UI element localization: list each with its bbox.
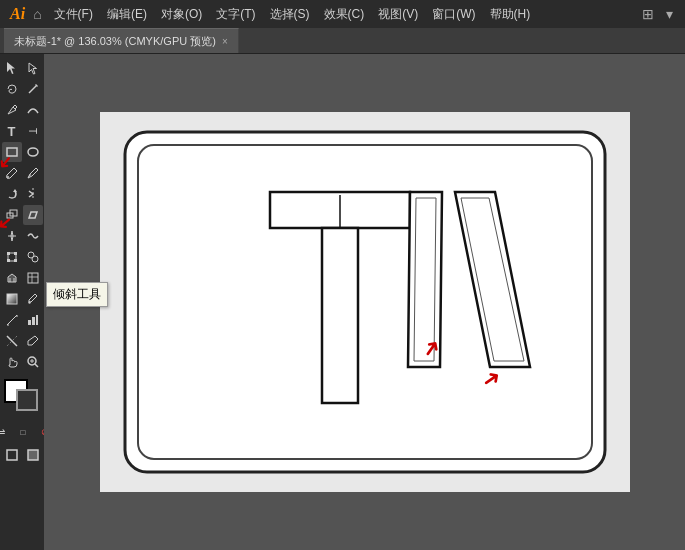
measure-tool[interactable] xyxy=(2,310,22,330)
magic-wand-tool[interactable] xyxy=(23,79,43,99)
tool-row-10 xyxy=(0,247,44,267)
svg-rect-37 xyxy=(28,450,38,460)
paintbrush-tool[interactable] xyxy=(2,163,22,183)
width-tool[interactable] xyxy=(2,226,22,246)
tool-row-4: T T xyxy=(0,121,44,141)
menu-file[interactable]: 文件(F) xyxy=(48,4,99,25)
rectangle-tool[interactable] xyxy=(2,142,22,162)
stroke-swatch[interactable] xyxy=(16,389,38,411)
reflect-tool[interactable] xyxy=(23,184,43,204)
normal-mode-button[interactable] xyxy=(2,445,22,465)
home-button[interactable]: ⌂ xyxy=(33,6,41,22)
svg-rect-14 xyxy=(14,259,17,262)
zoom-tool[interactable] xyxy=(23,352,43,372)
warp-tool[interactable] xyxy=(23,226,43,246)
shear-tool[interactable] xyxy=(23,205,43,225)
svg-point-4 xyxy=(7,176,9,178)
tab-label: 未标题-1* @ 136.03% (CMYK/GPU 预览) xyxy=(14,34,216,49)
menu-bar: 文件(F) 编辑(E) 对象(O) 文字(T) 选择(S) 效果(C) 视图(V… xyxy=(48,0,632,28)
menu-help[interactable]: 帮助(H) xyxy=(484,4,537,25)
svg-point-3 xyxy=(28,148,38,156)
menu-window[interactable]: 窗口(W) xyxy=(426,4,481,25)
back-draw-button[interactable] xyxy=(23,445,43,465)
svg-point-16 xyxy=(32,256,38,262)
default-colors-button[interactable]: □ xyxy=(13,422,33,442)
menu-edit[interactable]: 编辑(E) xyxy=(101,4,153,25)
document-canvas: ➜ ➜ xyxy=(100,112,630,492)
ai-logo: Ai xyxy=(8,5,27,23)
svg-marker-45 xyxy=(414,198,436,361)
lasso-tool[interactable] xyxy=(2,79,22,99)
title-bar: Ai ⌂ 文件(F) 编辑(E) 对象(O) 文字(T) 选择(S) 效果(C)… xyxy=(0,0,685,28)
tool-row-8 xyxy=(0,205,44,225)
window-controls: ⊞ ▾ xyxy=(638,6,677,22)
svg-rect-2 xyxy=(7,148,17,156)
free-transform-tool[interactable] xyxy=(2,247,22,267)
main-area: T T ➜ xyxy=(0,54,685,550)
tooltip: 倾斜工具 xyxy=(46,282,108,307)
tool-row-modes xyxy=(0,445,44,465)
live-paint-tool[interactable] xyxy=(2,268,22,288)
eraser-tool[interactable] xyxy=(23,331,43,351)
menu-object[interactable]: 对象(O) xyxy=(155,4,208,25)
ellipse-tool[interactable] xyxy=(23,142,43,162)
eyedropper-tool[interactable] xyxy=(23,289,43,309)
toolbar: T T ➜ xyxy=(0,54,44,550)
tool-row-2 xyxy=(0,79,44,99)
rotate-tool[interactable] xyxy=(2,184,22,204)
tool-row-5 xyxy=(0,142,44,162)
shape-builder-tool[interactable] xyxy=(23,247,43,267)
svg-line-24 xyxy=(7,315,17,325)
tool-row-3 xyxy=(0,100,44,120)
tab-close-button[interactable]: × xyxy=(222,36,228,47)
svg-rect-29 xyxy=(36,315,38,325)
menu-view[interactable]: 视图(V) xyxy=(372,4,424,25)
select-tool[interactable] xyxy=(2,58,22,78)
svg-rect-27 xyxy=(28,320,31,325)
pencil-tool[interactable] xyxy=(23,163,43,183)
canvas-area: ➜ ➜ xyxy=(44,54,685,550)
svg-rect-22 xyxy=(7,294,17,304)
active-tab[interactable]: 未标题-1* @ 136.03% (CMYK/GPU 预览) × xyxy=(4,28,239,53)
svg-point-23 xyxy=(28,301,30,303)
curvature-tool[interactable] xyxy=(23,100,43,120)
svg-rect-36 xyxy=(7,450,17,460)
gradient-tool[interactable] xyxy=(2,289,22,309)
direct-select-tool[interactable] xyxy=(23,58,43,78)
svg-rect-19 xyxy=(28,273,38,283)
tool-row-14 xyxy=(0,331,44,351)
tool-row-9 xyxy=(0,226,44,246)
color-swatches xyxy=(4,379,42,419)
hand-tool[interactable] xyxy=(2,352,22,372)
slice-tool[interactable] xyxy=(2,331,22,351)
artwork-canvas xyxy=(100,112,630,492)
tool-row-11 xyxy=(0,268,44,288)
pen-tool[interactable] xyxy=(2,100,22,120)
tool-row-1 xyxy=(0,58,44,78)
swap-colors-button[interactable]: ⇌ xyxy=(0,422,11,442)
tab-bar: 未标题-1* @ 136.03% (CMYK/GPU 预览) × xyxy=(0,28,685,54)
scale-tool[interactable] xyxy=(2,205,22,225)
menu-select[interactable]: 选择(S) xyxy=(264,4,316,25)
svg-rect-41 xyxy=(322,228,358,403)
tool-row-13 xyxy=(0,310,44,330)
grid-view-button[interactable]: ⊞ xyxy=(638,6,658,22)
svg-marker-5 xyxy=(13,189,17,192)
menu-type[interactable]: 文字(T) xyxy=(210,4,261,25)
tooltip-text: 倾斜工具 xyxy=(53,287,101,301)
svg-rect-13 xyxy=(7,259,10,262)
tool-row-7 xyxy=(0,184,44,204)
menu-effect[interactable]: 效果(C) xyxy=(318,4,371,25)
mesh-tool[interactable] xyxy=(23,268,43,288)
tool-row-15 xyxy=(0,352,44,372)
svg-line-33 xyxy=(35,364,38,367)
svg-rect-11 xyxy=(7,252,10,255)
type-tool[interactable]: T xyxy=(2,121,22,141)
tool-row-6 xyxy=(0,163,44,183)
dropdown-button[interactable]: ▾ xyxy=(662,6,677,22)
chart-tool[interactable] xyxy=(23,310,43,330)
svg-rect-12 xyxy=(14,252,17,255)
svg-rect-28 xyxy=(32,317,35,325)
svg-line-0 xyxy=(29,86,36,93)
vertical-type-tool[interactable]: T xyxy=(23,121,43,141)
